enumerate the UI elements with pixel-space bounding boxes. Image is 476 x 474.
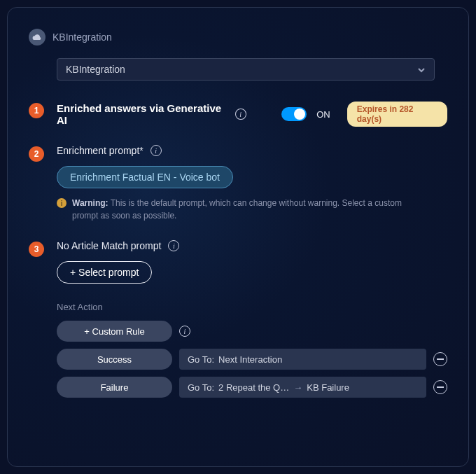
next-action-title: Next Action xyxy=(57,302,447,312)
success-prefix: Go To: xyxy=(188,354,214,365)
enrichment-heading: Enrichment prompt* xyxy=(57,145,144,156)
select-prompt-button[interactable]: + Select prompt xyxy=(57,261,152,284)
integration-select[interactable]: KBIntegration xyxy=(57,58,435,81)
warning-icon: i xyxy=(57,198,66,208)
kb-integration-panel: KBIntegration KBIntegration 1 Enriched a… xyxy=(7,7,469,467)
remove-icon[interactable] xyxy=(433,352,447,366)
failure-prefix: Go To: xyxy=(188,382,214,393)
integration-select-row: KBIntegration xyxy=(57,58,447,81)
section-enrichment-prompt: 2 Enrichment prompt* i Enrichment Factua… xyxy=(29,145,447,222)
integration-select-value: KBIntegration xyxy=(66,64,125,75)
custom-rule-button[interactable]: + Custom Rule xyxy=(57,321,172,342)
section-no-match-prompt: 3 No Article Match prompt i + Select pro… xyxy=(29,240,447,284)
next-action-row-success: Success Go To: Next Interaction xyxy=(57,349,447,370)
step-badge-3: 3 xyxy=(29,242,44,257)
enrichment-prompt-button[interactable]: Enrichment Factual EN - Voice bot xyxy=(57,166,233,188)
remove-icon[interactable] xyxy=(433,380,447,394)
next-action-row-failure: Failure Go To: 2 Repeat the Q… → KB Fail… xyxy=(57,377,447,398)
warning-text: This is the default prompt, which can ch… xyxy=(72,198,402,221)
failure-chain: KB Failure xyxy=(307,382,349,393)
cloud-icon xyxy=(29,29,46,46)
warning-label: Warning: xyxy=(72,198,108,208)
arrow-right-icon: → xyxy=(293,382,302,393)
panel-title-row: KBIntegration xyxy=(29,29,447,46)
info-icon[interactable]: i xyxy=(179,326,190,337)
warning-block: i Warning: This is the default prompt, w… xyxy=(57,197,421,222)
info-icon[interactable]: i xyxy=(150,145,162,156)
success-button[interactable]: Success xyxy=(57,349,172,370)
failure-value: 2 Repeat the Q… xyxy=(218,382,289,393)
step-badge-2: 2 xyxy=(29,146,44,162)
info-icon[interactable]: i xyxy=(235,109,246,120)
success-button-label: Success xyxy=(97,354,132,365)
info-icon[interactable]: i xyxy=(168,240,179,251)
enriched-toggle-label: ON xyxy=(316,109,330,120)
failure-button-label: Failure xyxy=(101,382,129,393)
select-prompt-button-label: + Select prompt xyxy=(70,267,139,278)
success-value: Next Interaction xyxy=(218,354,282,365)
enriched-heading: Enriched answers via Generative AI xyxy=(57,102,228,126)
expires-badge: Expires in 282 day(s) xyxy=(347,102,447,127)
panel-title: KBIntegration xyxy=(52,32,112,43)
success-target-field[interactable]: Go To: Next Interaction xyxy=(179,349,426,370)
step-badge-1: 1 xyxy=(29,103,44,118)
custom-rule-button-label: + Custom Rule xyxy=(84,326,144,337)
nomatch-heading: No Article Match prompt xyxy=(57,240,161,251)
next-action-section: Next Action + Custom Rule i Success Go T… xyxy=(57,302,447,398)
enrichment-prompt-button-label: Enrichment Factual EN - Voice bot xyxy=(70,172,220,183)
chevron-down-icon xyxy=(417,65,426,74)
section-enriched-answers: 1 Enriched answers via Generative AI i O… xyxy=(29,102,447,127)
failure-button[interactable]: Failure xyxy=(57,377,172,398)
enriched-toggle[interactable] xyxy=(281,107,307,121)
failure-target-field[interactable]: Go To: 2 Repeat the Q… → KB Failure xyxy=(179,377,426,398)
